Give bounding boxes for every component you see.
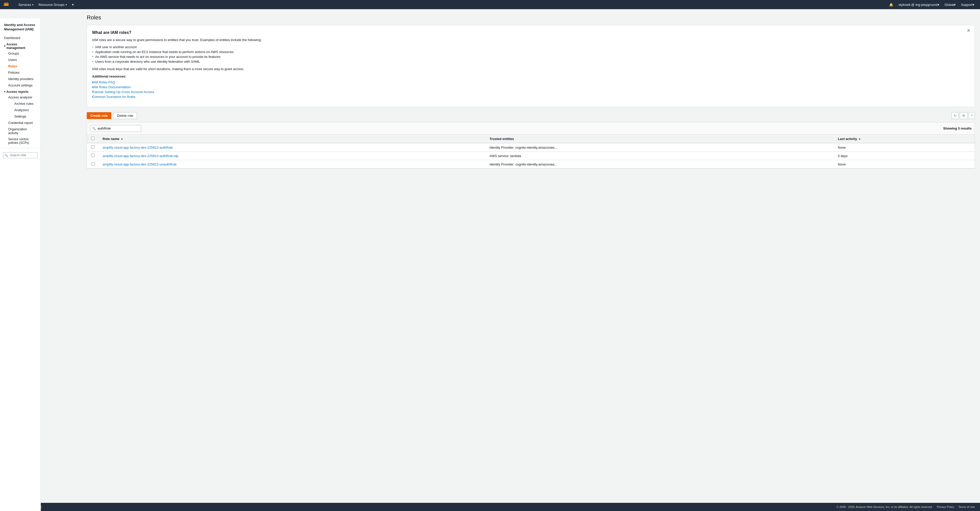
- sidebar-item-service-control[interactable]: Service control policies (SCPs): [6, 136, 41, 146]
- row-2-last-activity: None: [834, 160, 975, 168]
- row-2-checkbox[interactable]: [91, 162, 94, 165]
- notifications-icon[interactable]: 🔔: [886, 3, 896, 6]
- sidebar-item-settings[interactable]: Settings: [12, 113, 41, 120]
- table-search-wrap: 🔍: [90, 125, 141, 132]
- account-section: AWS account ID: 530798195059: [0, 508, 41, 511]
- resources-title: Additional resources:: [92, 75, 969, 78]
- info-panel: ✕ What are IAM roles? IAM roles are a se…: [87, 25, 975, 107]
- access-mgmt-arrow-icon: ▾: [4, 44, 5, 48]
- top-navigation: aws Services ▾ Resource Groups ▾ ✦ 🔔 sty…: [0, 0, 980, 9]
- support-chevron-icon: ▾: [973, 3, 974, 6]
- delete-role-button[interactable]: Delete role: [113, 112, 137, 119]
- help-button[interactable]: ?: [969, 112, 975, 119]
- info-bullet-1: Application code running on an EC2 insta…: [92, 49, 969, 54]
- support-menu[interactable]: Support ▾: [958, 3, 977, 6]
- sidebar-item-identity-providers[interactable]: Identity providers: [6, 76, 41, 82]
- row-1-trusted-entities: AWS service: lambda: [485, 152, 834, 160]
- table-body: amplify-cloud-app-factory-dev-225912-aut…: [87, 143, 975, 168]
- resource-link-0: IAM Roles FAQ: [92, 80, 969, 85]
- row-0-last-activity: None: [834, 143, 975, 152]
- region-chevron-icon: ▾: [954, 3, 956, 6]
- user-chevron-icon: ▾: [938, 3, 939, 6]
- sidebar-item-policies[interactable]: Policies: [6, 69, 41, 76]
- info-bullet-2: An AWS service that needs to act on reso…: [92, 54, 969, 59]
- aws-logo[interactable]: aws: [3, 2, 13, 8]
- info-panel-intro: IAM roles are a secure way to grant perm…: [92, 38, 969, 43]
- refresh-button[interactable]: ↻: [951, 112, 959, 119]
- page-title: Roles: [87, 14, 975, 21]
- select-all-checkbox[interactable]: [91, 136, 94, 140]
- info-panel-close-button[interactable]: ✕: [967, 28, 970, 33]
- row-0-role-name: amplify-cloud-app-factory-dev-225912-aut…: [99, 143, 485, 152]
- col-role-name[interactable]: Role name ▾: [99, 135, 485, 143]
- sidebar-item-analyzers[interactable]: Analyzers: [12, 107, 41, 113]
- sidebar-item-users[interactable]: Users: [6, 57, 41, 63]
- access-reports-arrow-icon: ▾: [4, 90, 5, 93]
- sidebar-item-organization-activity[interactable]: Organization activity: [6, 126, 41, 136]
- favorites-icon[interactable]: ✦: [69, 3, 76, 6]
- roles-table: Role name ▾ Trusted entities Last activi…: [87, 135, 975, 168]
- info-bullet-0: IAM user in another account: [92, 44, 969, 49]
- sidebar-item-roles[interactable]: Roles: [6, 63, 41, 69]
- actions-right: ↻ ⚙ ?: [951, 112, 975, 119]
- row-1-checkbox-cell: [87, 152, 99, 160]
- sidebar-item-archive-rules[interactable]: Archive rules: [12, 100, 41, 107]
- services-menu[interactable]: Services ▾: [16, 0, 36, 9]
- sidebar-section-access-management[interactable]: ▾ Access management: [0, 41, 41, 50]
- row-1-checkbox[interactable]: [91, 154, 94, 157]
- create-role-button[interactable]: Create role: [87, 112, 111, 119]
- footer-copyright: © 2008 - 2020, Amazon Web Services, Inc.…: [837, 505, 933, 508]
- info-bullet-3: Users from a corporate directory who use…: [92, 59, 969, 64]
- user-menu[interactable]: stykowit @ tng-playground ▾: [896, 3, 942, 6]
- resource-groups-menu[interactable]: Resource Groups ▾: [36, 0, 69, 9]
- search-iam-icon: 🔍: [5, 154, 8, 157]
- roles-table-section: 🔍 Showing 3 results Role name ▾: [87, 122, 975, 169]
- table-row: amplify-cloud-app-factory-dev-225912-aut…: [87, 152, 975, 160]
- row-0-checkbox[interactable]: [91, 145, 94, 149]
- results-count: Showing 3 results: [943, 127, 972, 130]
- row-1-role-name: amplify-cloud-app-factory-dev-225912-aut…: [99, 152, 485, 160]
- sidebar-item-groups[interactable]: Groups: [6, 50, 41, 57]
- privacy-link[interactable]: Privacy Policy: [937, 505, 954, 508]
- row-0-trusted-entities: Identity Provider: cognito-identity.amaz…: [485, 143, 834, 152]
- row-0-role-link[interactable]: amplify-cloud-app-factory-dev-225912-aut…: [103, 146, 173, 149]
- info-panel-bullets: IAM user in another account Application …: [92, 44, 969, 64]
- row-1-role-link[interactable]: amplify-cloud-app-factory-dev-225912-aut…: [103, 154, 178, 158]
- row-0-checkbox-cell: [87, 143, 99, 152]
- col-last-activity[interactable]: Last activity ▾: [834, 135, 975, 143]
- sidebar-item-account-settings[interactable]: Account settings: [6, 82, 41, 89]
- sidebar-item-dashboard[interactable]: Dashboard: [0, 35, 41, 41]
- resource-link-2: Tutorial: Setting Up Cross Account Acces…: [92, 89, 969, 94]
- settings-button[interactable]: ⚙: [960, 112, 967, 119]
- sidebar-section-access-reports[interactable]: ▾ Access reports: [0, 89, 41, 94]
- row-2-trusted-entities: Identity Provider: cognito-identity.amaz…: [485, 160, 834, 168]
- terms-link[interactable]: Terms of Use: [958, 505, 975, 508]
- svg-text:aws: aws: [3, 4, 7, 6]
- sidebar-item-access-analyzer[interactable]: Access analyzer: [6, 94, 41, 100]
- sidebar-title: Identity and Access Management (IAM): [0, 21, 41, 35]
- header-checkbox-cell: [87, 135, 99, 143]
- footer: Feedback 🌐 English (US) © 2008 - 2020, A…: [0, 503, 980, 511]
- table-search-input[interactable]: [90, 125, 141, 132]
- info-panel-footer: IAM roles issue keys that are valid for …: [92, 67, 969, 71]
- region-menu[interactable]: Global ▾: [942, 3, 959, 6]
- table-header-row: Role name ▾ Trusted entities Last activi…: [87, 135, 975, 143]
- resource-link-1: IAM Roles Documentation: [92, 85, 969, 89]
- sidebar: Identity and Access Management (IAM) Das…: [0, 18, 41, 511]
- table-toolbar: 🔍 Showing 3 results: [87, 122, 975, 135]
- row-2-role-link[interactable]: amplify-cloud-app-factory-dev-225912-una…: [103, 162, 177, 166]
- footer-right: © 2008 - 2020, Amazon Web Services, Inc.…: [837, 505, 975, 508]
- search-iam-box: 🔍: [3, 152, 38, 158]
- resource-link-3: Common Scenarios for Roles: [92, 94, 969, 99]
- resource-links: IAM Roles FAQ IAM Roles Documentation Tu…: [92, 80, 969, 99]
- table-row: amplify-cloud-app-factory-dev-225912-aut…: [87, 143, 975, 152]
- row-2-checkbox-cell: [87, 160, 99, 168]
- sidebar-item-credential-report[interactable]: Credential report: [6, 120, 41, 126]
- main-content: Roles ✕ What are IAM roles? IAM roles ar…: [82, 9, 980, 511]
- resource-groups-chevron-icon: ▾: [65, 3, 67, 6]
- row-1-last-activity: 5 days: [834, 152, 975, 160]
- table-search-icon: 🔍: [92, 127, 96, 130]
- services-chevron-icon: ▾: [32, 3, 33, 6]
- col-trusted-entities: Trusted entities: [485, 135, 834, 143]
- search-iam-input[interactable]: [3, 152, 38, 158]
